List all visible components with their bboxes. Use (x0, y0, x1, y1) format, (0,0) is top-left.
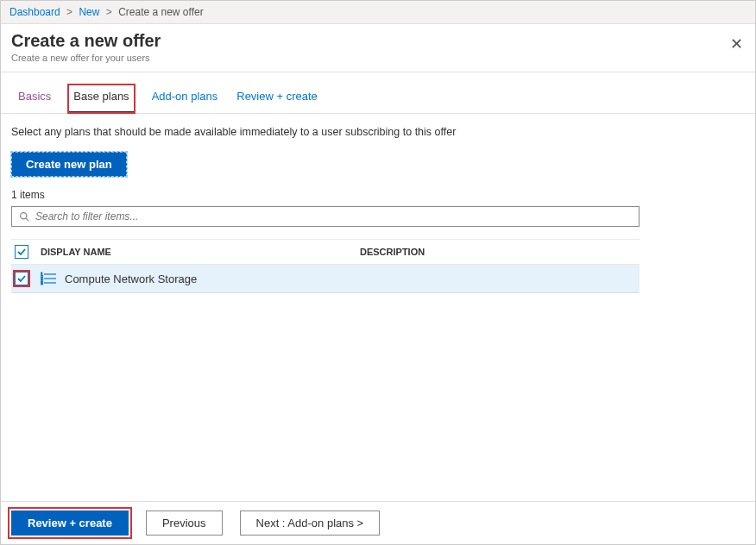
review-create-button[interactable]: Review + create (11, 511, 129, 536)
tab-bar: Basics Base plans Add-on plans Review + … (1, 72, 755, 114)
select-all-checkbox[interactable] (15, 245, 28, 259)
row-checkbox[interactable] (15, 272, 28, 285)
close-icon[interactable]: ✕ (730, 34, 743, 53)
page-header: Create a new offer Create a new offer fo… (1, 24, 755, 72)
next-button[interactable]: Next : Add-on plans > (240, 511, 381, 536)
tab-review-create[interactable]: Review + create (235, 85, 319, 113)
tab-basics[interactable]: Basics (16, 85, 53, 113)
chevron-right-icon: > (106, 6, 112, 18)
col-header-description[interactable]: DESCRIPTION (360, 247, 636, 257)
breadcrumb: Dashboard > New > Create a new offer (1, 1, 755, 24)
search-input[interactable] (35, 210, 632, 222)
breadcrumb-new[interactable]: New (79, 6, 99, 18)
tab-base-plans[interactable]: Base plans (68, 85, 134, 113)
chevron-right-icon: > (66, 6, 72, 18)
col-header-display-name[interactable]: DISPLAY NAME (41, 247, 360, 257)
table-row[interactable]: 1 2 3 Compute Network Storage (11, 265, 639, 293)
footer-bar: Review + create Previous Next : Add-on p… (1, 501, 755, 544)
svg-text:3: 3 (41, 280, 43, 285)
svg-point-0 (21, 212, 27, 218)
search-icon (19, 211, 30, 222)
description-text: Select any plans that should be made ava… (11, 126, 745, 138)
row-name: Compute Network Storage (65, 272, 197, 285)
page-title: Create a new offer (11, 31, 745, 51)
tab-addon-plans[interactable]: Add-on plans (150, 85, 220, 113)
breadcrumb-dashboard[interactable]: Dashboard (9, 6, 60, 18)
content-area: Select any plans that should be made ava… (1, 114, 755, 293)
create-new-plan-button[interactable]: Create new plan (11, 152, 127, 177)
page-subtitle: Create a new offer for your users (11, 53, 745, 63)
svg-line-1 (26, 218, 28, 221)
item-count: 1 items (11, 189, 745, 201)
table-header: DISPLAY NAME DESCRIPTION (11, 239, 639, 265)
plans-table: DISPLAY NAME DESCRIPTION 1 2 3 Compute N… (11, 239, 639, 293)
search-input-wrapper[interactable] (11, 206, 639, 227)
previous-button[interactable]: Previous (146, 511, 223, 536)
breadcrumb-current: Create a new offer (118, 6, 204, 18)
plan-icon: 1 2 3 (41, 272, 58, 285)
